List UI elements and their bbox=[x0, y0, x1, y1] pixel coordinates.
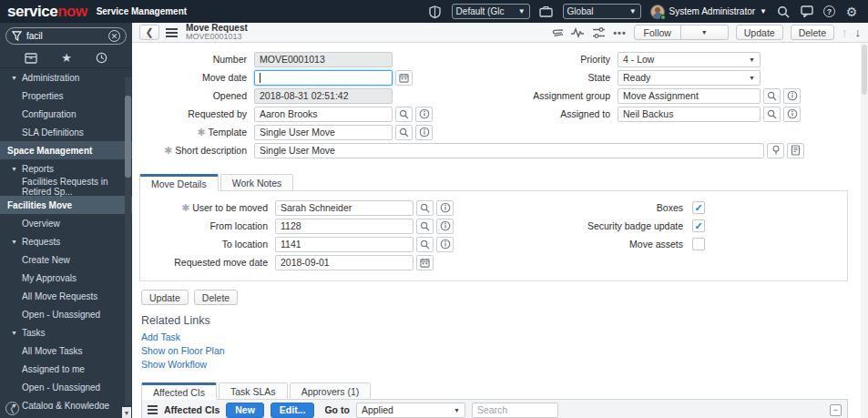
tab-affected-cis[interactable]: Affected CIs bbox=[141, 382, 217, 400]
collapse-list-icon[interactable]: − bbox=[830, 404, 842, 416]
list-context-menu-icon[interactable] bbox=[148, 405, 158, 414]
help-icon[interactable]: ? bbox=[823, 5, 835, 17]
preview-record-icon[interactable] bbox=[436, 200, 454, 216]
link-show-workflow[interactable]: Show Workflow bbox=[141, 358, 207, 372]
short-description-field[interactable]: Single User Move bbox=[254, 143, 764, 158]
template-field[interactable]: Single User Move bbox=[254, 125, 393, 140]
nav-item-facilities-requests-retired[interactable]: Facilities Requests in Retired Sp... bbox=[0, 178, 132, 196]
nav-item-all-move-requests[interactable]: All Move Requests bbox=[0, 287, 132, 305]
sidebar-scroll-down-icon[interactable]: ▼ bbox=[122, 407, 131, 418]
nav-app-facilities-move[interactable]: Facilities Move bbox=[0, 196, 132, 214]
application-picker[interactable]: Default (Glc ▼ bbox=[452, 4, 530, 19]
to-location-field[interactable]: 1141 bbox=[275, 237, 414, 252]
list-search-input[interactable] bbox=[472, 403, 558, 418]
sidebar-scroll-thumb[interactable] bbox=[125, 96, 131, 178]
preview-record-icon[interactable] bbox=[415, 125, 433, 140]
main-scrollbar[interactable] bbox=[861, 43, 868, 418]
nav-group-reports[interactable]: ▼Reports bbox=[0, 159, 132, 178]
edit-button[interactable]: Edit... bbox=[271, 403, 315, 418]
nav-group-administration[interactable]: ▼Administration bbox=[0, 68, 132, 87]
domain-picker[interactable]: Global ▼ bbox=[563, 4, 641, 19]
nav-item-overview[interactable]: Overview bbox=[0, 214, 132, 232]
reference-lookup-icon[interactable] bbox=[763, 107, 781, 122]
state-select[interactable]: Ready▼ bbox=[618, 70, 761, 86]
attachment-paperclip-icon[interactable] bbox=[551, 26, 563, 39]
all-applications-icon[interactable] bbox=[25, 53, 37, 64]
scroll-down-arrow-icon[interactable]: ↓ bbox=[855, 25, 862, 39]
calendar-icon[interactable] bbox=[395, 70, 413, 86]
tab-task-slas[interactable]: Task SLAs bbox=[219, 382, 288, 400]
nav-item-my-approvals[interactable]: My Approvals bbox=[0, 269, 132, 287]
update-set-icon[interactable] bbox=[539, 5, 554, 19]
clear-filter-icon[interactable]: ✕ bbox=[108, 30, 120, 42]
more-options-icon[interactable]: ••• bbox=[613, 27, 627, 38]
tab-work-notes[interactable]: Work Notes bbox=[220, 174, 294, 191]
priority-select[interactable]: 4 - Low▼ bbox=[618, 52, 761, 67]
nav-item-create-new[interactable]: Create New bbox=[0, 250, 132, 269]
preview-record-icon[interactable] bbox=[783, 88, 801, 104]
nav-item-open-unassigned-requests[interactable]: Open - Unassigned bbox=[0, 305, 132, 323]
activity-stream-icon[interactable] bbox=[570, 27, 585, 38]
tab-approvers[interactable]: Approvers (1) bbox=[290, 382, 372, 400]
nav-item-configuration[interactable]: Configuration bbox=[0, 105, 132, 123]
navigator-filter[interactable]: facil ✕ bbox=[5, 27, 127, 45]
reference-lookup-icon[interactable] bbox=[395, 125, 413, 140]
reference-lookup-icon[interactable] bbox=[416, 219, 434, 234]
boxes-checkbox[interactable]: ✓ bbox=[692, 201, 705, 214]
application-scope-icon[interactable] bbox=[428, 5, 443, 19]
nav-group-catalog-knowledge[interactable]: ▼Catalog & Knowledge bbox=[0, 396, 132, 409]
collapse-navigator-icon[interactable]: ❬ bbox=[5, 402, 19, 415]
favorites-star-icon[interactable]: ★ bbox=[61, 51, 72, 65]
user-menu[interactable]: System Administrator ▼ bbox=[650, 5, 767, 19]
connect-chat-icon[interactable] bbox=[800, 5, 814, 19]
reference-lookup-icon[interactable] bbox=[416, 237, 434, 252]
settings-gear-icon[interactable]: ⚙ bbox=[844, 5, 859, 19]
update-button[interactable]: Update bbox=[736, 25, 783, 40]
nav-item-open-unassigned-tasks[interactable]: Open - Unassigned bbox=[0, 378, 132, 396]
history-clock-icon[interactable] bbox=[96, 52, 107, 64]
tab-move-details[interactable]: Move Details bbox=[139, 174, 219, 191]
move-assets-checkbox[interactable] bbox=[692, 238, 705, 250]
assigned-to-field[interactable]: Neil Backus bbox=[618, 107, 761, 122]
calendar-icon[interactable] bbox=[416, 255, 434, 270]
nav-item-all-move-tasks[interactable]: All Move Tasks bbox=[0, 342, 132, 360]
goto-column-select[interactable]: Applied▼ bbox=[356, 403, 465, 418]
main-scroll-thumb[interactable] bbox=[862, 45, 867, 95]
suggestion-lightbulb-icon[interactable] bbox=[767, 143, 784, 158]
assignment-group-field[interactable]: Move Assignment bbox=[618, 88, 761, 104]
preview-record-icon[interactable] bbox=[436, 237, 454, 252]
update-button-bottom[interactable]: Update bbox=[141, 290, 189, 305]
scroll-up-arrow-icon[interactable]: ↑ bbox=[842, 25, 848, 39]
requested-move-date-field[interactable]: 2018-09-01 bbox=[275, 255, 414, 270]
follow-dropdown-icon[interactable]: ▼ bbox=[681, 25, 729, 40]
knowledge-search-icon[interactable] bbox=[787, 143, 804, 158]
from-location-field[interactable]: 1128 bbox=[275, 219, 414, 234]
nav-app-space-management[interactable]: Space Management bbox=[0, 141, 132, 159]
user-to-be-moved-field[interactable]: Sarah Schneider bbox=[275, 200, 414, 216]
security-badge-update-checkbox[interactable]: ✓ bbox=[692, 219, 705, 232]
navigator-filter-value[interactable]: facil bbox=[26, 31, 104, 41]
nav-group-tasks[interactable]: ▼Tasks bbox=[0, 323, 132, 342]
preview-record-icon[interactable] bbox=[783, 107, 801, 122]
reference-lookup-icon[interactable] bbox=[416, 200, 434, 216]
requested-by-field[interactable]: Aaron Brooks bbox=[254, 107, 393, 122]
new-button[interactable]: New bbox=[226, 403, 264, 418]
personalize-form-icon[interactable] bbox=[592, 27, 606, 38]
back-button[interactable]: ❮ bbox=[139, 25, 159, 40]
form-context-menu-icon[interactable] bbox=[166, 28, 178, 37]
delete-button[interactable]: Delete bbox=[791, 25, 834, 40]
nav-item-properties[interactable]: Properties bbox=[0, 87, 132, 105]
nav-group-requests[interactable]: ▼Requests bbox=[0, 232, 132, 250]
servicenow-logo[interactable]: service now bbox=[7, 3, 87, 21]
reference-lookup-icon[interactable] bbox=[395, 107, 413, 122]
link-add-task[interactable]: Add Task bbox=[141, 331, 180, 344]
link-show-on-floor-plan[interactable]: Show on Floor Plan bbox=[141, 344, 225, 358]
global-search-icon[interactable] bbox=[776, 5, 791, 19]
nav-item-assigned-to-me[interactable]: Assigned to me bbox=[0, 360, 132, 378]
reference-lookup-icon[interactable] bbox=[763, 88, 781, 104]
sidebar-scrollbar[interactable] bbox=[125, 77, 131, 405]
preview-record-icon[interactable] bbox=[415, 107, 433, 122]
delete-button-bottom[interactable]: Delete bbox=[194, 290, 238, 305]
move-date-field[interactable] bbox=[254, 70, 393, 86]
nav-item-sla-definitions[interactable]: SLA Definitions bbox=[0, 123, 132, 141]
